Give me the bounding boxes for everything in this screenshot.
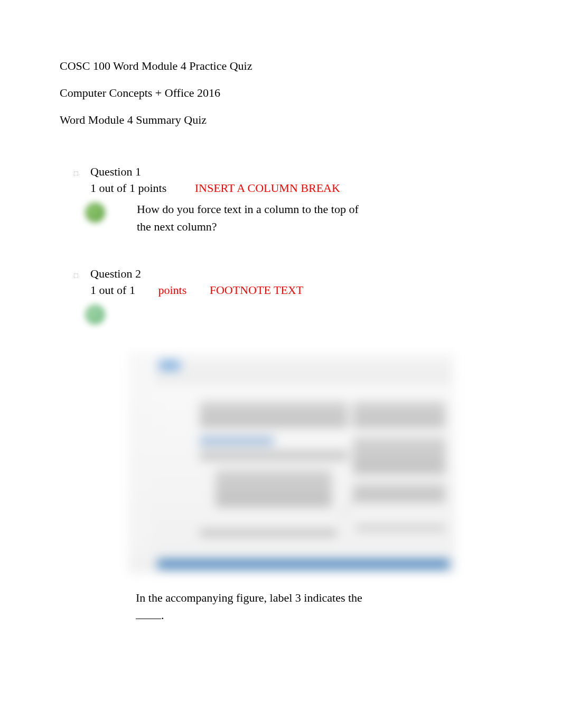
course-title: COSC 100 Word Module 4 Practice Quiz (60, 58, 501, 75)
figure-caption: In the accompanying figure, label 3 indi… (136, 589, 389, 624)
question-item: ⬚ Question 1 1 out of 1 points INSERT A … (73, 165, 501, 235)
status-icon (85, 305, 105, 325)
quiz-title: Word Module 4 Summary Quiz (60, 112, 501, 128)
figure-image: In the accompanying figure, label 3 indi… (128, 351, 456, 624)
question-prompt: How do you force text in a column to the… (137, 200, 369, 235)
points-answer-line: 1 out of 1 points FOOTNOTE TEXT (90, 283, 501, 297)
points-score-partial: 1 out of 1 (90, 283, 135, 297)
question-number: Question 1 (90, 165, 501, 179)
points-word: points (158, 283, 186, 297)
answer-text: FOOTNOTE TEXT (210, 283, 303, 297)
question-item: ⬚ Question 2 1 out of 1 points FOOTNOTE … (73, 267, 501, 624)
points-answer-line: 1 out of 1 points INSERT A COLUMN BREAK (90, 181, 501, 195)
question-number: Question 2 (90, 267, 501, 281)
bullet-icon: ⬚ (73, 272, 79, 278)
questions-list: ⬚ Question 1 1 out of 1 points INSERT A … (60, 165, 501, 624)
status-icon (85, 202, 105, 223)
points-score: 1 out of 1 points (90, 181, 166, 195)
course-subtitle: Computer Concepts + Office 2016 (60, 85, 501, 102)
answer-text: INSERT A COLUMN BREAK (195, 181, 340, 195)
bullet-icon: ⬚ (73, 170, 79, 176)
